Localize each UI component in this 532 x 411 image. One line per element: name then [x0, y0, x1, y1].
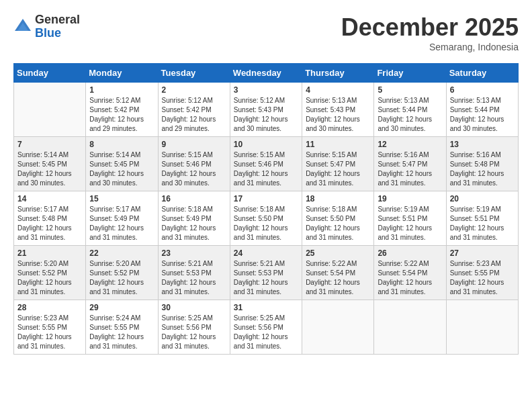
day-number: 22: [89, 248, 154, 258]
day-info: Sunrise: 5:24 AM Sunset: 5:55 PM Dayligh…: [89, 314, 154, 351]
month-title: December 2025: [341, 13, 519, 42]
day-info: Sunrise: 5:19 AM Sunset: 5:51 PM Dayligh…: [378, 205, 442, 242]
day-info: Sunrise: 5:20 AM Sunset: 5:52 PM Dayligh…: [89, 259, 154, 297]
day-number: 20: [450, 194, 515, 203]
day-number: 21: [17, 248, 82, 258]
calendar-day-cell: 29Sunrise: 5:24 AM Sunset: 5:55 PM Dayli…: [86, 300, 158, 355]
calendar-day-cell: 17Sunrise: 5:18 AM Sunset: 5:50 PM Dayli…: [230, 191, 302, 246]
day-info: Sunrise: 5:16 AM Sunset: 5:47 PM Dayligh…: [378, 150, 442, 188]
day-info: Sunrise: 5:22 AM Sunset: 5:54 PM Dayligh…: [306, 259, 370, 297]
day-info: Sunrise: 5:16 AM Sunset: 5:48 PM Dayligh…: [450, 150, 515, 188]
day-info: Sunrise: 5:12 AM Sunset: 5:43 PM Dayligh…: [234, 96, 298, 134]
weekday-header-saturday: Saturday: [446, 64, 518, 83]
day-number: 6: [450, 85, 515, 95]
calendar-day-cell: 28Sunrise: 5:23 AM Sunset: 5:55 PM Dayli…: [14, 300, 86, 355]
calendar-day-cell: 5Sunrise: 5:13 AM Sunset: 5:44 PM Daylig…: [374, 83, 446, 137]
calendar-day-cell: 3Sunrise: 5:12 AM Sunset: 5:43 PM Daylig…: [230, 83, 302, 137]
calendar-day-cell: 31Sunrise: 5:25 AM Sunset: 5:56 PM Dayli…: [230, 300, 302, 355]
day-info: Sunrise: 5:25 AM Sunset: 5:56 PM Dayligh…: [234, 314, 298, 351]
day-number: 13: [450, 140, 515, 149]
day-number: 1: [89, 85, 154, 95]
day-info: Sunrise: 5:13 AM Sunset: 5:44 PM Dayligh…: [450, 96, 515, 134]
calendar-day-cell: 10Sunrise: 5:15 AM Sunset: 5:46 PM Dayli…: [230, 137, 302, 191]
day-info: Sunrise: 5:14 AM Sunset: 5:45 PM Dayligh…: [17, 150, 82, 188]
logo-blue-text: Blue: [35, 27, 80, 40]
logo-text: General Blue: [35, 13, 80, 40]
calendar-day-cell: 4Sunrise: 5:13 AM Sunset: 5:43 PM Daylig…: [302, 83, 374, 137]
weekday-header-wednesday: Wednesday: [230, 64, 302, 83]
day-info: Sunrise: 5:25 AM Sunset: 5:56 PM Dayligh…: [162, 314, 226, 351]
day-number: 31: [234, 303, 298, 312]
day-number: 10: [234, 140, 298, 149]
calendar-day-cell: 23Sunrise: 5:21 AM Sunset: 5:53 PM Dayli…: [158, 246, 230, 300]
calendar-day-cell: [374, 300, 446, 355]
day-info: Sunrise: 5:14 AM Sunset: 5:45 PM Dayligh…: [89, 150, 154, 188]
calendar-day-cell: 8Sunrise: 5:14 AM Sunset: 5:45 PM Daylig…: [86, 137, 158, 191]
calendar-day-cell: 20Sunrise: 5:19 AM Sunset: 5:51 PM Dayli…: [446, 191, 518, 246]
day-number: 18: [306, 194, 370, 203]
day-info: Sunrise: 5:12 AM Sunset: 5:42 PM Dayligh…: [162, 96, 226, 134]
calendar-day-cell: 15Sunrise: 5:17 AM Sunset: 5:49 PM Dayli…: [86, 191, 158, 246]
day-info: Sunrise: 5:18 AM Sunset: 5:49 PM Dayligh…: [162, 205, 226, 242]
day-number: 5: [378, 85, 442, 95]
weekday-header-sunday: Sunday: [14, 64, 86, 83]
calendar-day-cell: 14Sunrise: 5:17 AM Sunset: 5:48 PM Dayli…: [14, 191, 86, 246]
location-subtitle: Semarang, Indonesia: [341, 42, 519, 52]
day-number: 7: [17, 140, 82, 149]
calendar-week-row: 28Sunrise: 5:23 AM Sunset: 5:55 PM Dayli…: [14, 300, 519, 355]
day-number: 9: [162, 140, 226, 149]
day-info: Sunrise: 5:17 AM Sunset: 5:48 PM Dayligh…: [17, 205, 82, 242]
day-number: 2: [162, 85, 226, 95]
calendar-day-cell: [446, 300, 518, 355]
calendar-day-cell: 19Sunrise: 5:19 AM Sunset: 5:51 PM Dayli…: [374, 191, 446, 246]
calendar-day-cell: 9Sunrise: 5:15 AM Sunset: 5:46 PM Daylig…: [158, 137, 230, 191]
calendar-day-cell: 24Sunrise: 5:21 AM Sunset: 5:53 PM Dayli…: [230, 246, 302, 300]
calendar-day-cell: 6Sunrise: 5:13 AM Sunset: 5:44 PM Daylig…: [446, 83, 518, 137]
day-number: 30: [162, 303, 226, 312]
calendar-day-cell: 27Sunrise: 5:23 AM Sunset: 5:55 PM Dayli…: [446, 246, 518, 300]
day-number: 8: [89, 140, 154, 149]
day-info: Sunrise: 5:18 AM Sunset: 5:50 PM Dayligh…: [234, 205, 298, 242]
day-info: Sunrise: 5:15 AM Sunset: 5:46 PM Dayligh…: [162, 150, 226, 188]
calendar-day-cell: 25Sunrise: 5:22 AM Sunset: 5:54 PM Dayli…: [302, 246, 374, 300]
calendar-day-cell: 26Sunrise: 5:22 AM Sunset: 5:54 PM Dayli…: [374, 246, 446, 300]
calendar-day-cell: 30Sunrise: 5:25 AM Sunset: 5:56 PM Dayli…: [158, 300, 230, 355]
calendar-day-cell: 21Sunrise: 5:20 AM Sunset: 5:52 PM Dayli…: [14, 246, 86, 300]
day-number: 3: [234, 85, 298, 95]
calendar-day-cell: [14, 83, 86, 137]
logo-general-text: General: [35, 13, 80, 27]
weekday-header-monday: Monday: [86, 64, 158, 83]
calendar-week-row: 7Sunrise: 5:14 AM Sunset: 5:45 PM Daylig…: [14, 137, 519, 191]
day-info: Sunrise: 5:17 AM Sunset: 5:49 PM Dayligh…: [89, 205, 154, 242]
day-info: Sunrise: 5:19 AM Sunset: 5:51 PM Dayligh…: [450, 205, 515, 242]
day-number: 23: [162, 248, 226, 258]
calendar-day-cell: 18Sunrise: 5:18 AM Sunset: 5:50 PM Dayli…: [302, 191, 374, 246]
calendar-week-row: 1Sunrise: 5:12 AM Sunset: 5:42 PM Daylig…: [14, 83, 519, 137]
day-info: Sunrise: 5:23 AM Sunset: 5:55 PM Dayligh…: [450, 259, 515, 297]
day-info: Sunrise: 5:12 AM Sunset: 5:42 PM Dayligh…: [89, 96, 154, 134]
day-number: 26: [378, 248, 442, 258]
title-block: December 2025 Semarang, Indonesia: [341, 13, 519, 52]
calendar-day-cell: 22Sunrise: 5:20 AM Sunset: 5:52 PM Dayli…: [86, 246, 158, 300]
day-info: Sunrise: 5:23 AM Sunset: 5:55 PM Dayligh…: [17, 314, 82, 351]
day-number: 24: [234, 248, 298, 258]
day-info: Sunrise: 5:15 AM Sunset: 5:47 PM Dayligh…: [306, 150, 370, 188]
day-info: Sunrise: 5:22 AM Sunset: 5:54 PM Dayligh…: [378, 259, 442, 297]
day-number: 12: [378, 140, 442, 149]
calendar-day-cell: 11Sunrise: 5:15 AM Sunset: 5:47 PM Dayli…: [302, 137, 374, 191]
day-number: 11: [306, 140, 370, 149]
day-info: Sunrise: 5:18 AM Sunset: 5:50 PM Dayligh…: [306, 205, 370, 242]
weekday-header-thursday: Thursday: [302, 64, 374, 83]
logo: General Blue: [13, 13, 80, 40]
logo-icon: [13, 17, 32, 36]
calendar-week-row: 21Sunrise: 5:20 AM Sunset: 5:52 PM Dayli…: [14, 246, 519, 300]
calendar-day-cell: 7Sunrise: 5:14 AM Sunset: 5:45 PM Daylig…: [14, 137, 86, 191]
day-info: Sunrise: 5:13 AM Sunset: 5:43 PM Dayligh…: [306, 96, 370, 134]
calendar-day-cell: 2Sunrise: 5:12 AM Sunset: 5:42 PM Daylig…: [158, 83, 230, 137]
day-number: 16: [162, 194, 226, 203]
calendar-day-cell: [302, 300, 374, 355]
day-number: 27: [450, 248, 515, 258]
day-number: 15: [89, 194, 154, 203]
day-number: 19: [378, 194, 442, 203]
page-header: General Blue December 2025 Semarang, Ind…: [13, 13, 519, 52]
